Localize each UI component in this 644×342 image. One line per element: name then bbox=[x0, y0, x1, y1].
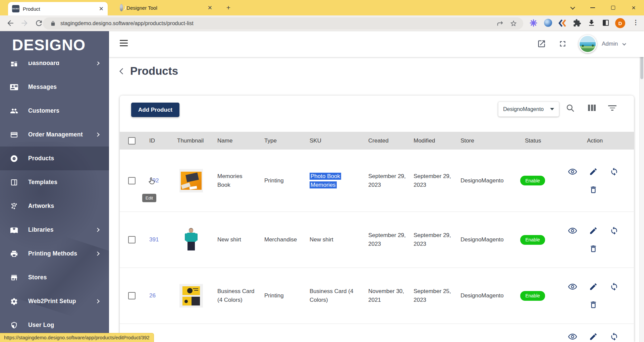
back-chevron-icon[interactable] bbox=[119, 68, 125, 74]
columns-icon[interactable] bbox=[588, 105, 596, 111]
edit-pencil-icon[interactable] bbox=[589, 282, 598, 291]
product-thumbnail[interactable] bbox=[171, 284, 211, 307]
sidebar-item-order-management[interactable]: Order Management bbox=[0, 123, 109, 147]
column-header-store[interactable]: Store bbox=[454, 137, 517, 144]
filter-icon[interactable] bbox=[608, 105, 616, 112]
window-close-button[interactable]: × bbox=[626, 0, 641, 15]
sidebar: DESIGNO Dashboard Messages Customers Ord… bbox=[0, 31, 109, 342]
sidebar-item-templates[interactable]: Templates bbox=[0, 170, 109, 194]
new-tab-button[interactable]: + bbox=[224, 3, 233, 12]
column-header-thumbnail[interactable]: Thumbnail bbox=[171, 137, 211, 144]
view-eye-icon[interactable] bbox=[568, 282, 577, 291]
sidebar-item-web2print-setup[interactable]: Web2Print Setup bbox=[0, 289, 109, 313]
view-eye-icon[interactable] bbox=[568, 226, 577, 235]
delete-trash-icon[interactable] bbox=[589, 300, 598, 309]
tab-close-icon[interactable]: ✕ bbox=[208, 5, 212, 11]
reload-icon[interactable] bbox=[35, 19, 43, 27]
table-row bbox=[120, 324, 634, 342]
extension-chevrons-icon[interactable] bbox=[558, 19, 567, 27]
browser-menu-icon[interactable]: ⋮ bbox=[633, 18, 639, 26]
product-id-link[interactable]: 391 bbox=[143, 236, 171, 243]
hamburger-menu-icon[interactable] bbox=[120, 40, 128, 48]
sync-icon[interactable] bbox=[610, 332, 619, 341]
page-title-row: Products bbox=[109, 65, 178, 77]
product-sku: Business Card (4 Colors) bbox=[304, 287, 362, 304]
product-thumbnail[interactable] bbox=[171, 228, 211, 251]
delete-trash-icon[interactable] bbox=[589, 185, 598, 194]
sidebar-item-artworks[interactable]: Artworks bbox=[0, 194, 109, 218]
chevron-down-icon[interactable] bbox=[622, 42, 626, 45]
product-thumbnail[interactable] bbox=[171, 169, 211, 192]
stores-icon bbox=[10, 274, 18, 282]
product-name: Memories Book bbox=[211, 172, 258, 189]
sidebar-item-printing-methods[interactable]: Printing Methods bbox=[0, 242, 109, 266]
open-in-new-icon[interactable] bbox=[537, 39, 546, 48]
column-header-type[interactable]: Type bbox=[258, 137, 304, 144]
select-all-checkbox[interactable] bbox=[128, 137, 136, 145]
product-type: Printing bbox=[258, 291, 304, 300]
sync-icon[interactable] bbox=[610, 226, 619, 235]
chevron-right-icon bbox=[95, 228, 100, 232]
extension-globe-icon[interactable] bbox=[544, 19, 552, 27]
column-header-name[interactable]: Name bbox=[211, 137, 258, 144]
sidebar-item-products[interactable]: Products bbox=[0, 147, 109, 170]
sync-icon[interactable] bbox=[610, 282, 619, 291]
share-icon[interactable] bbox=[496, 20, 504, 27]
product-type: Merchandise bbox=[258, 235, 304, 244]
row-checkbox[interactable] bbox=[128, 177, 136, 184]
window-menu-chevron-icon[interactable] bbox=[565, 0, 580, 15]
status-badge[interactable]: Enable bbox=[520, 176, 545, 185]
tab-designer-tool[interactable]: Designer Tool ✕ bbox=[116, 0, 216, 15]
extension-starburst-icon[interactable] bbox=[529, 19, 538, 27]
delete-trash-icon[interactable] bbox=[589, 244, 598, 253]
column-header-action[interactable]: Action bbox=[564, 137, 634, 144]
url-text: stagingdemo.designo.software/app/product… bbox=[60, 20, 194, 26]
table-row: 392 Memories Book Printing Photo Book Me… bbox=[120, 150, 634, 212]
store-filter-select[interactable]: DesignoMagento bbox=[498, 102, 559, 117]
url-bar[interactable]: stagingdemo.designo.software/app/product… bbox=[43, 17, 523, 30]
user-avatar[interactable] bbox=[579, 35, 597, 53]
status-badge[interactable]: Enable bbox=[520, 235, 545, 245]
sidebar-item-messages[interactable]: Messages bbox=[0, 75, 109, 99]
edit-pencil-icon[interactable] bbox=[589, 226, 598, 235]
mouse-cursor-icon bbox=[148, 176, 156, 185]
designer-tool-favicon bbox=[120, 4, 123, 11]
page-scrollbar[interactable] bbox=[639, 31, 644, 342]
window-minimize-button[interactable] bbox=[585, 0, 600, 15]
column-header-modified[interactable]: Modified bbox=[408, 137, 454, 144]
row-checkbox[interactable] bbox=[128, 292, 136, 299]
column-header-id[interactable]: ID bbox=[143, 137, 171, 144]
row-checkbox[interactable] bbox=[128, 236, 136, 243]
column-header-status[interactable]: Status bbox=[517, 137, 564, 144]
edit-pencil-icon[interactable] bbox=[589, 167, 598, 176]
status-badge[interactable]: Enable bbox=[520, 291, 545, 301]
table-header: ID Thumbnail Name Type SKU Created Modif… bbox=[120, 132, 634, 150]
sidebar-item-dashboard[interactable]: Dashboard bbox=[0, 62, 109, 75]
window-maximize-button[interactable] bbox=[605, 0, 621, 15]
sidebar-item-stores[interactable]: Stores bbox=[0, 266, 109, 289]
downloads-icon[interactable] bbox=[587, 19, 596, 27]
tab-close-icon[interactable]: ✕ bbox=[99, 6, 104, 12]
sidebar-item-label: Stores bbox=[28, 274, 47, 281]
column-header-sku[interactable]: SKU bbox=[304, 137, 362, 144]
view-eye-icon[interactable] bbox=[568, 167, 577, 176]
fullscreen-icon[interactable] bbox=[558, 39, 567, 48]
extensions-puzzle-icon[interactable] bbox=[573, 19, 581, 27]
add-product-button[interactable]: Add Product bbox=[131, 103, 179, 117]
view-eye-icon[interactable] bbox=[568, 332, 577, 341]
back-icon[interactable] bbox=[6, 19, 15, 27]
artworks-icon bbox=[10, 202, 18, 210]
browser-profile-avatar[interactable]: D bbox=[615, 18, 625, 28]
search-icon[interactable] bbox=[566, 104, 575, 113]
edit-pencil-icon[interactable] bbox=[589, 332, 598, 341]
forward-icon[interactable] bbox=[20, 19, 29, 27]
bookmark-star-icon[interactable] bbox=[510, 20, 517, 27]
sidebar-item-libraries[interactable]: Libraries bbox=[0, 218, 109, 242]
sidebar-item-customers[interactable]: Customers bbox=[0, 99, 109, 123]
product-id-link[interactable]: 26 bbox=[143, 292, 171, 299]
column-header-created[interactable]: Created bbox=[362, 137, 408, 144]
sync-icon[interactable] bbox=[610, 167, 619, 176]
tab-product[interactable]: DGNO Product ✕ bbox=[8, 2, 108, 15]
product-id-link[interactable]: 392 bbox=[143, 177, 171, 184]
side-panel-icon[interactable] bbox=[602, 19, 610, 27]
